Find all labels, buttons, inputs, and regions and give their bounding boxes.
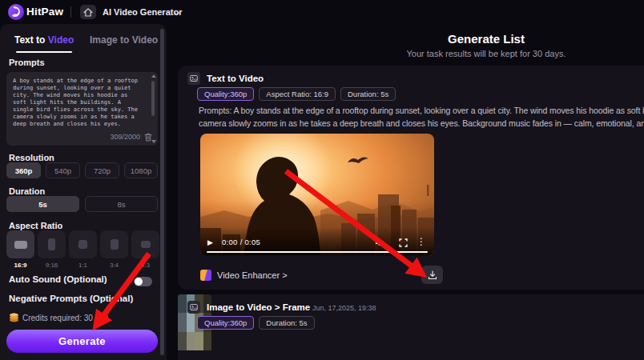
aspect-caption: 3:4 — [100, 262, 128, 269]
video-enhancer-icon — [200, 270, 211, 281]
hitpaw-logo-icon — [7, 3, 25, 21]
topbar-divider — [70, 6, 71, 18]
char-counter: 309/2000 — [110, 133, 140, 141]
help-icon[interactable]: ? — [99, 313, 108, 322]
active-tab-underline — [16, 51, 72, 53]
resolution-540p[interactable]: 540p — [46, 162, 80, 178]
resolution-1080p[interactable]: 1080p — [124, 162, 158, 178]
card-title: Text to Video — [207, 74, 264, 83]
quality-badge: Quality:360p — [197, 87, 254, 101]
duration-label: Duration — [9, 186, 45, 196]
top-bar: HitPaw AI Video Generator — [0, 0, 644, 24]
square-shape-icon — [78, 240, 87, 249]
playback-time: 0:00 / 0:05 — [222, 238, 260, 246]
coin-icon — [9, 312, 19, 322]
home-icon — [83, 8, 93, 17]
tab-image-to-video[interactable]: Image to Video — [90, 34, 158, 46]
seek-bar[interactable] — [207, 251, 428, 254]
task-card-image-to-video: Image to Video > Frame Jun, 17,2025, 19:… — [178, 294, 644, 360]
task-type-icon — [187, 72, 200, 85]
generate-button[interactable]: Generate — [6, 330, 158, 353]
badge-row: Quality:360p Aspect Ratio: 16:9 Duration… — [197, 87, 396, 101]
fullscreen-icon[interactable] — [399, 238, 408, 247]
app-window: HitPaw AI Video Generator Text to Video … — [0, 0, 644, 360]
video-enhancer-link[interactable]: Video Enhancer > — [200, 270, 288, 281]
card-title: Image to Video > Frame — [207, 302, 310, 312]
download-button[interactable] — [421, 266, 443, 284]
scroll-up-icon[interactable] — [151, 74, 156, 78]
aspect-3-4[interactable] — [100, 230, 128, 258]
duration-8s[interactable]: 8s — [85, 196, 158, 212]
prompts-label: Prompts — [9, 58, 45, 67]
aspect-1-1[interactable] — [69, 230, 97, 258]
player-menu-icon[interactable]: ⋮ — [417, 236, 426, 247]
sidebar-scrollbar[interactable] — [160, 29, 164, 355]
auto-sound-label: Auto Sound (Optional) — [9, 274, 107, 284]
aspect-caption: 4:3 — [131, 262, 159, 269]
brand-name: HitPaw — [26, 6, 63, 18]
landscape-shape-icon — [14, 241, 27, 249]
aspect-caption: 1:1 — [69, 262, 97, 269]
volume-icon[interactable] — [375, 238, 384, 247]
sidebar: Text to Video Image to Video Prompts A b… — [0, 24, 167, 360]
aspect-badge: Aspect Ratio: 16:9 — [259, 87, 336, 101]
credits-required-text: Credits required: 30 — [22, 314, 93, 322]
wide-shape-icon — [141, 241, 151, 248]
aspect-9-16[interactable] — [38, 230, 66, 258]
task-timestamp: Jun, 17,2025, 19:38 — [312, 304, 376, 312]
aspect-4-3[interactable] — [131, 230, 159, 258]
task-type-icon — [187, 301, 200, 314]
trash-icon[interactable] — [144, 133, 152, 142]
quality-badge: Quality:360p — [197, 316, 254, 330]
play-icon[interactable]: ▶ — [207, 238, 213, 246]
aspect-ratio-label: Aspect Ratio — [9, 221, 62, 230]
aspect-16-9[interactable] — [6, 230, 34, 258]
page-subtitle: Your task results will be kept for 30 da… — [178, 49, 644, 58]
task-card-text-to-video: Text to Video Quality:360p Aspect Ratio:… — [178, 66, 644, 290]
tab-text-to-video[interactable]: Text to Video — [14, 34, 74, 46]
tall-shape-icon — [111, 239, 119, 250]
scroll-thumb[interactable] — [151, 81, 155, 116]
duration-5s[interactable]: 5s — [6, 196, 79, 212]
video-player[interactable]: ▶ 0:00 / 0:05 ⋮ — [200, 134, 434, 256]
auto-sound-toggle[interactable] — [134, 277, 152, 286]
aspect-caption: 16:9 — [6, 262, 34, 269]
duration-badge: Duration: 5s — [259, 316, 314, 330]
prompt-text-line1: Prompts: A boy stands at the edge of a r… — [199, 106, 644, 115]
home-button[interactable] — [80, 5, 96, 19]
page-title: Generate List — [178, 32, 644, 46]
prompt-text-line2: camera slowly zooms in as he takes a dee… — [199, 118, 644, 128]
aspect-caption: 9:16 — [38, 262, 66, 269]
download-icon — [428, 270, 437, 280]
app-title[interactable]: AI Video Generator — [103, 7, 182, 17]
duration-badge: Duration: 5s — [340, 87, 396, 101]
negative-prompts-label[interactable]: Negative Prompts (Optional) — [9, 294, 133, 303]
resolution-360p[interactable]: 360p — [6, 162, 41, 178]
resolution-label: Resolution — [9, 153, 54, 162]
portrait-shape-icon — [48, 238, 55, 250]
badge-row: Quality:360p Duration: 5s — [197, 316, 315, 330]
resolution-720p[interactable]: 720p — [85, 162, 119, 178]
prompt-textarea[interactable]: A boy stands at the edge of a rooftop du… — [6, 72, 158, 146]
toggle-knob — [135, 278, 143, 286]
